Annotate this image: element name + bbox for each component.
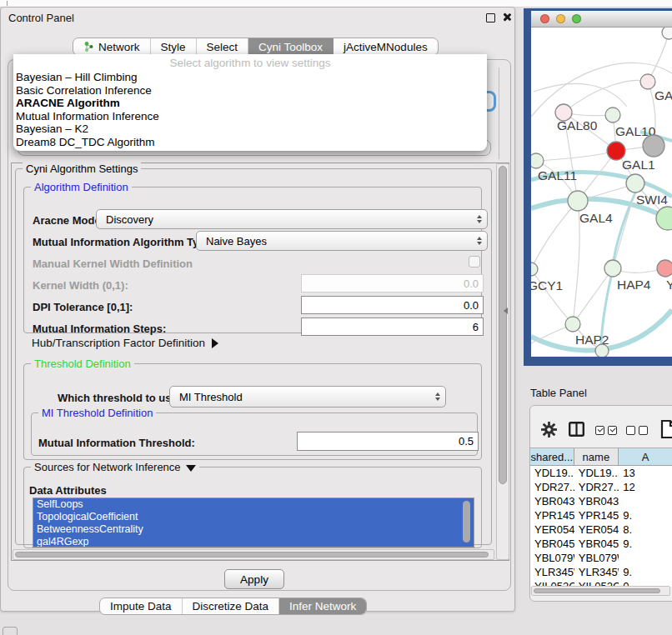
table-cell[interactable]: 9. <box>619 537 672 551</box>
column-header-name[interactable]: name <box>574 448 619 466</box>
collapse-arrow-icon[interactable] <box>186 465 196 472</box>
show-columns-icon[interactable] <box>595 426 617 435</box>
sources-title[interactable]: Sources for Network Inference <box>31 461 199 473</box>
column-header-a[interactable]: A <box>619 448 672 466</box>
table-row[interactable]: YBR043CYBR043C <box>530 494 672 508</box>
table-cell[interactable]: 12 <box>619 480 672 494</box>
float-panel-icon[interactable] <box>486 13 495 22</box>
table-cell[interactable]: YBR043C <box>530 494 574 508</box>
tab-discretize-data[interactable]: Discretize Data <box>183 598 280 614</box>
data-attributes-list[interactable]: SelfLoopsTopologicalCoefficientBetweenne… <box>33 498 474 548</box>
network-node-gal[interactable] <box>640 74 655 89</box>
apply-button[interactable]: Apply <box>224 569 284 589</box>
split-panel-icon[interactable] <box>569 422 584 440</box>
expand-arrow-icon[interactable] <box>212 338 218 348</box>
table-horizontal-scrollbar[interactable] <box>531 586 670 596</box>
table-row[interactable]: YLR345WYLR345W9. <box>530 565 672 579</box>
window-zoom-button[interactable] <box>572 14 581 23</box>
table-cell[interactable]: YDR27... <box>530 480 574 494</box>
table-cell[interactable]: 8. <box>619 522 672 537</box>
table-cell[interactable]: 9. <box>619 508 672 522</box>
table-cell[interactable]: YDR27... <box>574 480 619 494</box>
table-cell[interactable] <box>619 494 672 508</box>
mi-steps-input[interactable]: 6 <box>301 318 484 336</box>
algorithm-option-mutual-information-inference[interactable]: Mutual Information Inference <box>13 110 487 123</box>
manual-kernel-width-checkbox[interactable] <box>469 256 480 268</box>
hide-panel-grip[interactable] <box>3 627 18 635</box>
attribute-item-selfloops[interactable]: SelfLoops <box>33 498 474 511</box>
network-node-y[interactable] <box>657 260 672 277</box>
table-cell[interactable]: 13 <box>619 466 672 480</box>
window-close-button[interactable] <box>540 14 549 23</box>
table-cell[interactable]: YLR345W <box>530 565 574 579</box>
table-horizontal-thumb[interactable] <box>534 588 660 593</box>
algorithm-option-basic-correlation-inference[interactable]: Basic Correlation Inference <box>13 84 487 98</box>
node-attribute-table[interactable]: shared...nameAYDL19...YDL19...13YDR27...… <box>529 448 672 587</box>
table-cell[interactable]: YPR145W <box>574 508 619 522</box>
network-node-hap4[interactable] <box>604 260 621 277</box>
network-node-swi4[interactable] <box>626 174 644 192</box>
network-graph[interactable]: GALGAL80GAL10GAL1GAL11SWI4GAL4GCY1HAP4YH… <box>531 28 672 357</box>
panel-collapse-arrow[interactable] <box>504 308 508 314</box>
hide-columns-icon[interactable] <box>626 426 648 435</box>
hub-definition-toggle[interactable]: Hub/Transcription Factor Definition <box>32 337 218 349</box>
network-window-titlebar[interactable] <box>531 11 672 28</box>
network-node-gal11[interactable] <box>531 153 544 168</box>
close-panel-icon[interactable] <box>502 12 511 22</box>
network-node[interactable] <box>595 344 609 357</box>
table-cell[interactable]: YLR345W <box>574 565 619 579</box>
table-cell[interactable]: YDL19... <box>530 466 574 480</box>
column-header-shared-[interactable]: shared... <box>530 448 574 466</box>
network-node-hap2[interactable] <box>565 317 580 332</box>
algorithm-option-dream8-dc-tdc-algorithm[interactable]: Dream8 DC_TDC Algorithm <box>13 136 487 149</box>
table-row[interactable]: YBL079WYBL079W <box>530 551 672 565</box>
table-row[interactable]: YPR145WYPR145W9. <box>530 508 672 522</box>
tab-jactivemnodules[interactable]: jActiveMNodules <box>333 38 438 55</box>
table-cell[interactable]: YBR045C <box>530 537 574 551</box>
window-minimize-button[interactable] <box>556 14 565 23</box>
attribute-item-gal4rgexp[interactable]: gal4RGexp <box>33 536 474 548</box>
network-node-gcy1[interactable] <box>531 262 538 276</box>
new-table-file-icon[interactable] <box>660 419 672 442</box>
table-cell[interactable]: YER054C <box>530 522 574 537</box>
settings-gear-icon[interactable] <box>540 421 558 442</box>
algorithm-option-bayesian-k2[interactable]: Bayesian – K2 <box>13 122 487 136</box>
network-node-gal4[interactable] <box>568 191 588 211</box>
mi-algorithm-type-select[interactable]: Naive Bayes <box>196 231 488 251</box>
table-cell[interactable]: YBR045C <box>574 537 619 551</box>
network-node[interactable] <box>643 135 664 157</box>
table-cell[interactable]: 9. <box>619 565 672 579</box>
table-cell[interactable]: YER054C <box>574 522 619 537</box>
settings-vertical-thumb[interactable] <box>499 166 507 484</box>
network-node[interactable] <box>662 28 672 39</box>
table-row[interactable]: YBR045CYBR045C9. <box>530 537 672 551</box>
tab-network[interactable]: Network <box>73 38 151 55</box>
network-node[interactable] <box>656 207 672 230</box>
network-node-gal10[interactable] <box>605 108 620 122</box>
table-cell[interactable]: YBL079W <box>530 551 574 565</box>
algorithm-option-bayesian-hill-climbing[interactable]: Bayesian – Hill Climbing <box>13 71 487 84</box>
which-threshold-select[interactable]: MI Threshold <box>169 386 446 408</box>
tab-infer-network[interactable]: Infer Network <box>279 598 366 614</box>
tab-cyni-toolbox[interactable]: Cyni Toolbox <box>248 38 333 55</box>
attribute-item-betweennesscentrality[interactable]: BetweennessCentrality <box>33 523 474 536</box>
network-canvas[interactable]: GALGAL80GAL10GAL1GAL11SWI4GAL4GCY1HAP4YH… <box>531 28 672 357</box>
table-row[interactable]: YDL19...YDL19...13 <box>530 466 672 480</box>
table-row[interactable]: YDR27...YDR27...12 <box>530 480 672 494</box>
aracne-mode-select[interactable]: Discovery <box>96 209 488 229</box>
table-cell[interactable]: YPR145W <box>530 508 574 522</box>
table-cell[interactable] <box>619 551 672 565</box>
tab-select[interactable]: Select <box>197 38 249 55</box>
list-scrollbar-thumb[interactable] <box>463 501 470 542</box>
dpi-tolerance-input[interactable]: 0.0 <box>301 296 484 314</box>
table-cell[interactable]: YBR043C <box>574 494 619 508</box>
settings-horizontal-thumb[interactable] <box>15 552 489 558</box>
tab-style[interactable]: Style <box>151 38 197 55</box>
tab-impute-data[interactable]: Impute Data <box>100 598 183 614</box>
mi-threshold-input[interactable]: 0.5 <box>297 432 479 451</box>
table-cell[interactable]: YBL079W <box>574 551 619 565</box>
table-cell[interactable]: YDL19... <box>574 466 619 480</box>
table-row[interactable]: YER054CYER054C8. <box>530 522 672 537</box>
attribute-item-topologicalcoefficient[interactable]: TopologicalCoefficient <box>33 511 474 523</box>
settings-horizontal-scrollbar[interactable] <box>13 549 494 560</box>
